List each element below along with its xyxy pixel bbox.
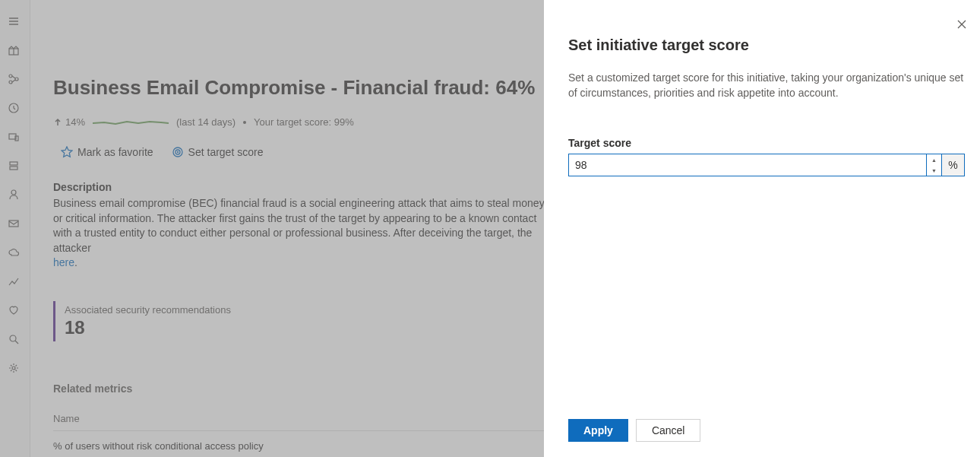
cloud-icon[interactable] bbox=[8, 246, 23, 262]
arrow-up-icon bbox=[53, 118, 62, 127]
cancel-button[interactable]: Cancel bbox=[636, 419, 701, 442]
chart-icon[interactable] bbox=[8, 275, 23, 290]
trend-period: (last 14 days) bbox=[176, 116, 236, 128]
svg-rect-8 bbox=[10, 167, 17, 170]
svg-point-2 bbox=[9, 81, 12, 84]
gift-icon[interactable] bbox=[8, 44, 23, 59]
user-icon[interactable] bbox=[8, 189, 23, 204]
svg-rect-10 bbox=[9, 221, 18, 227]
trend-value: 14% bbox=[65, 116, 85, 128]
description-body: Business email compromise (BEC) financia… bbox=[53, 197, 545, 254]
settings-icon[interactable] bbox=[8, 362, 23, 377]
mark-favorite-label: Mark as favorite bbox=[77, 146, 153, 158]
percent-suffix: % bbox=[942, 154, 965, 176]
target-score-text: Your target score: 99% bbox=[254, 116, 354, 128]
menu-icon[interactable] bbox=[8, 15, 23, 30]
svg-rect-7 bbox=[10, 162, 17, 165]
panel-description: Set a customized target score for this i… bbox=[568, 71, 965, 100]
trend-indicator: 14% bbox=[53, 116, 85, 128]
spinner-down-icon[interactable]: ▼ bbox=[927, 165, 941, 176]
set-target-label: Set target score bbox=[188, 146, 264, 158]
svg-point-15 bbox=[177, 152, 178, 153]
description-link[interactable]: here bbox=[53, 256, 74, 268]
separator-dot bbox=[243, 121, 246, 124]
apply-button[interactable]: Apply bbox=[568, 419, 628, 442]
number-spinner: ▲ ▼ bbox=[927, 154, 942, 176]
description-text: Business email compromise (BEC) financia… bbox=[53, 196, 555, 271]
svg-point-9 bbox=[11, 190, 16, 195]
svg-point-11 bbox=[10, 335, 16, 341]
left-nav-rail bbox=[0, 0, 30, 457]
search-icon[interactable] bbox=[8, 333, 23, 348]
server-icon[interactable] bbox=[8, 160, 23, 175]
clock-icon[interactable] bbox=[8, 102, 23, 117]
target-score-label: Target score bbox=[568, 137, 965, 149]
target-icon bbox=[172, 146, 184, 158]
devices-icon[interactable] bbox=[8, 131, 23, 146]
nodes-icon[interactable] bbox=[8, 73, 23, 88]
panel-footer: Apply Cancel bbox=[568, 419, 700, 442]
set-target-button[interactable]: Set target score bbox=[172, 146, 264, 158]
set-target-panel: Set initiative target score Set a custom… bbox=[544, 0, 980, 457]
star-icon bbox=[61, 146, 73, 158]
mail-icon[interactable] bbox=[8, 217, 23, 233]
svg-point-1 bbox=[9, 75, 12, 78]
close-icon[interactable] bbox=[956, 18, 968, 30]
svg-point-12 bbox=[12, 367, 15, 370]
mark-favorite-button[interactable]: Mark as favorite bbox=[61, 146, 153, 158]
spinner-up-icon[interactable]: ▲ bbox=[927, 154, 941, 165]
panel-title: Set initiative target score bbox=[568, 36, 965, 54]
target-score-input[interactable] bbox=[568, 154, 927, 176]
target-score-input-group: ▲ ▼ % bbox=[568, 154, 965, 176]
sparkline bbox=[93, 117, 169, 128]
heart-icon[interactable] bbox=[8, 304, 23, 319]
svg-point-3 bbox=[15, 78, 18, 81]
